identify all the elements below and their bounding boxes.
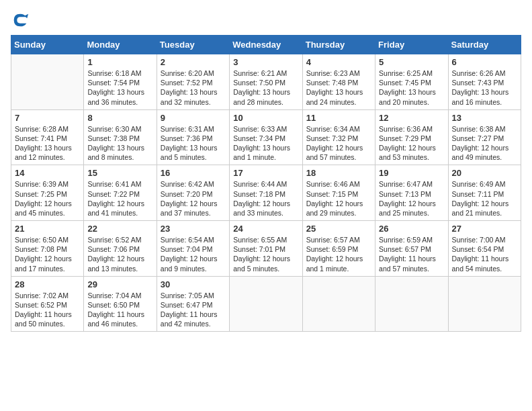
- days-header-row: SundayMondayTuesdayWednesdayThursdayFrid…: [11, 36, 521, 54]
- day-number: 30: [161, 279, 226, 289]
- day-info: Sunrise: 6:21 AM Sunset: 7:50 PM Dayligh…: [233, 68, 298, 107]
- calendar-cell: 28Sunrise: 7:02 AM Sunset: 6:52 PM Dayli…: [11, 276, 84, 332]
- day-header-sunday: Sunday: [11, 36, 84, 54]
- day-number: 8: [87, 113, 152, 123]
- day-info: Sunrise: 6:52 AM Sunset: 7:06 PM Dayligh…: [87, 235, 152, 273]
- day-number: 13: [452, 113, 517, 123]
- day-number: 28: [15, 279, 80, 289]
- day-number: 12: [379, 113, 444, 123]
- day-number: 2: [161, 57, 226, 67]
- day-info: Sunrise: 6:30 AM Sunset: 7:38 PM Dayligh…: [87, 124, 152, 163]
- day-info: Sunrise: 6:26 AM Sunset: 7:43 PM Dayligh…: [452, 68, 517, 107]
- day-number: 6: [452, 57, 517, 67]
- calendar-table: SundayMondayTuesdayWednesdayThursdayFrid…: [11, 35, 521, 332]
- day-number: 7: [15, 113, 80, 123]
- day-header-wednesday: Wednesday: [230, 36, 302, 54]
- calendar-cell: 21Sunrise: 6:50 AM Sunset: 7:08 PM Dayli…: [11, 221, 84, 277]
- calendar-cell: 7Sunrise: 6:28 AM Sunset: 7:41 PM Daylig…: [11, 109, 84, 165]
- calendar-cell: 16Sunrise: 6:42 AM Sunset: 7:20 PM Dayli…: [157, 165, 229, 221]
- day-number: 21: [15, 224, 80, 234]
- day-number: 18: [306, 168, 371, 178]
- week-row-3: 14Sunrise: 6:39 AM Sunset: 7:25 PM Dayli…: [11, 165, 521, 221]
- day-info: Sunrise: 7:05 AM Sunset: 6:47 PM Dayligh…: [161, 291, 226, 329]
- day-info: Sunrise: 6:39 AM Sunset: 7:25 PM Dayligh…: [15, 179, 80, 218]
- day-number: 5: [379, 57, 444, 67]
- calendar-cell: 24Sunrise: 6:55 AM Sunset: 7:01 PM Dayli…: [230, 221, 302, 277]
- day-info: Sunrise: 6:23 AM Sunset: 7:48 PM Dayligh…: [306, 68, 371, 107]
- day-header-monday: Monday: [84, 36, 157, 54]
- day-info: Sunrise: 6:55 AM Sunset: 7:01 PM Dayligh…: [233, 235, 298, 273]
- calendar-cell: 26Sunrise: 6:59 AM Sunset: 6:57 PM Dayli…: [375, 221, 448, 277]
- day-number: 1: [87, 57, 152, 67]
- calendar-cell: 10Sunrise: 6:33 AM Sunset: 7:34 PM Dayli…: [230, 109, 302, 165]
- day-number: 11: [306, 113, 371, 123]
- day-info: Sunrise: 6:44 AM Sunset: 7:18 PM Dayligh…: [233, 179, 298, 218]
- day-header-thursday: Thursday: [302, 36, 375, 54]
- day-info: Sunrise: 6:28 AM Sunset: 7:41 PM Dayligh…: [15, 124, 80, 163]
- day-info: Sunrise: 7:04 AM Sunset: 6:50 PM Dayligh…: [87, 291, 152, 329]
- day-info: Sunrise: 7:02 AM Sunset: 6:52 PM Dayligh…: [15, 291, 80, 329]
- day-header-tuesday: Tuesday: [157, 36, 229, 54]
- logo-icon: [11, 11, 30, 30]
- day-info: Sunrise: 6:36 AM Sunset: 7:29 PM Dayligh…: [379, 124, 444, 163]
- calendar-cell: 11Sunrise: 6:34 AM Sunset: 7:32 PM Dayli…: [302, 109, 375, 165]
- calendar-cell: [375, 276, 448, 332]
- week-row-1: 1Sunrise: 6:18 AM Sunset: 7:54 PM Daylig…: [11, 54, 521, 110]
- day-number: 14: [15, 168, 80, 178]
- day-info: Sunrise: 6:20 AM Sunset: 7:52 PM Dayligh…: [161, 68, 226, 107]
- day-info: Sunrise: 6:34 AM Sunset: 7:32 PM Dayligh…: [306, 124, 371, 163]
- day-header-friday: Friday: [375, 36, 448, 54]
- day-info: Sunrise: 6:49 AM Sunset: 7:11 PM Dayligh…: [452, 179, 517, 218]
- calendar-cell: 9Sunrise: 6:31 AM Sunset: 7:36 PM Daylig…: [157, 109, 229, 165]
- day-info: Sunrise: 6:42 AM Sunset: 7:20 PM Dayligh…: [161, 179, 226, 218]
- day-info: Sunrise: 6:57 AM Sunset: 6:59 PM Dayligh…: [306, 235, 371, 273]
- calendar-cell: 5Sunrise: 6:25 AM Sunset: 7:45 PM Daylig…: [375, 54, 448, 110]
- day-number: 29: [87, 279, 152, 289]
- day-number: 20: [452, 168, 517, 178]
- day-info: Sunrise: 6:33 AM Sunset: 7:34 PM Dayligh…: [233, 124, 298, 163]
- day-info: Sunrise: 6:47 AM Sunset: 7:13 PM Dayligh…: [379, 179, 444, 218]
- calendar-cell: 12Sunrise: 6:36 AM Sunset: 7:29 PM Dayli…: [375, 109, 448, 165]
- day-number: 3: [233, 57, 298, 67]
- calendar-cell: 17Sunrise: 6:44 AM Sunset: 7:18 PM Dayli…: [230, 165, 302, 221]
- week-row-4: 21Sunrise: 6:50 AM Sunset: 7:08 PM Dayli…: [11, 221, 521, 277]
- day-number: 9: [161, 113, 226, 123]
- page-header: [11, 11, 521, 30]
- calendar-cell: 18Sunrise: 6:46 AM Sunset: 7:15 PM Dayli…: [302, 165, 375, 221]
- calendar-cell: [302, 276, 375, 332]
- calendar-cell: 22Sunrise: 6:52 AM Sunset: 7:06 PM Dayli…: [84, 221, 157, 277]
- day-info: Sunrise: 6:25 AM Sunset: 7:45 PM Dayligh…: [379, 68, 444, 107]
- calendar-cell: 6Sunrise: 6:26 AM Sunset: 7:43 PM Daylig…: [448, 54, 521, 110]
- day-info: Sunrise: 6:46 AM Sunset: 7:15 PM Dayligh…: [306, 179, 371, 218]
- calendar-cell: 2Sunrise: 6:20 AM Sunset: 7:52 PM Daylig…: [157, 54, 229, 110]
- calendar-cell: [230, 276, 302, 332]
- calendar-cell: 1Sunrise: 6:18 AM Sunset: 7:54 PM Daylig…: [84, 54, 157, 110]
- day-number: 16: [161, 168, 226, 178]
- calendar-cell: 29Sunrise: 7:04 AM Sunset: 6:50 PM Dayli…: [84, 276, 157, 332]
- calendar-cell: 15Sunrise: 6:41 AM Sunset: 7:22 PM Dayli…: [84, 165, 157, 221]
- calendar-cell: [11, 54, 84, 110]
- day-info: Sunrise: 6:31 AM Sunset: 7:36 PM Dayligh…: [161, 124, 226, 163]
- day-info: Sunrise: 6:50 AM Sunset: 7:08 PM Dayligh…: [15, 235, 80, 273]
- day-header-saturday: Saturday: [448, 36, 521, 54]
- day-info: Sunrise: 6:38 AM Sunset: 7:27 PM Dayligh…: [452, 124, 517, 163]
- day-info: Sunrise: 7:00 AM Sunset: 6:54 PM Dayligh…: [452, 235, 517, 273]
- day-info: Sunrise: 6:41 AM Sunset: 7:22 PM Dayligh…: [87, 179, 152, 218]
- day-number: 4: [306, 57, 371, 67]
- calendar-cell: 23Sunrise: 6:54 AM Sunset: 7:04 PM Dayli…: [157, 221, 229, 277]
- calendar-cell: 27Sunrise: 7:00 AM Sunset: 6:54 PM Dayli…: [448, 221, 521, 277]
- day-number: 23: [161, 224, 226, 234]
- day-number: 25: [306, 224, 371, 234]
- day-number: 27: [452, 224, 517, 234]
- calendar-cell: 8Sunrise: 6:30 AM Sunset: 7:38 PM Daylig…: [84, 109, 157, 165]
- day-number: 22: [87, 224, 152, 234]
- calendar-cell: 30Sunrise: 7:05 AM Sunset: 6:47 PM Dayli…: [157, 276, 229, 332]
- calendar-cell: 20Sunrise: 6:49 AM Sunset: 7:11 PM Dayli…: [448, 165, 521, 221]
- day-number: 24: [233, 224, 298, 234]
- calendar-cell: 4Sunrise: 6:23 AM Sunset: 7:48 PM Daylig…: [302, 54, 375, 110]
- calendar-cell: 19Sunrise: 6:47 AM Sunset: 7:13 PM Dayli…: [375, 165, 448, 221]
- day-number: 10: [233, 113, 298, 123]
- day-number: 17: [233, 168, 298, 178]
- week-row-5: 28Sunrise: 7:02 AM Sunset: 6:52 PM Dayli…: [11, 276, 521, 332]
- day-number: 19: [379, 168, 444, 178]
